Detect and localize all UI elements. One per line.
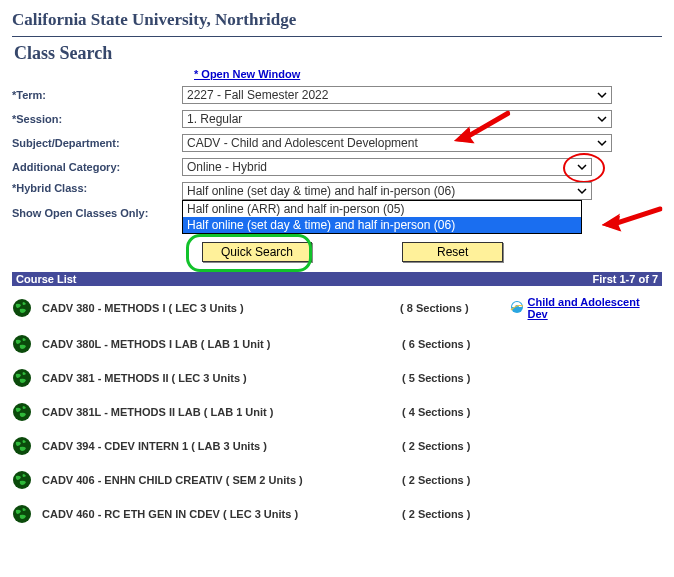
course-title: CADV 380L - METHODS I LAB ( LAB 1 Unit ) — [42, 338, 402, 350]
chevron-down-icon — [575, 160, 589, 174]
course-sections: ( 2 Sections ) — [402, 440, 512, 452]
course-sections: ( 4 Sections ) — [402, 406, 512, 418]
category-label: Additional Category: — [12, 161, 182, 173]
hybrid-option-05[interactable]: Half online (ARR) and half in-person (05… — [183, 201, 581, 217]
department-link[interactable]: Child and Adolescent Dev — [528, 296, 662, 320]
course-title: CADV 381 - METHODS II ( LEC 3 Units ) — [42, 372, 402, 384]
globe-icon[interactable] — [12, 470, 32, 490]
institution-title: California State University, Northridge — [12, 10, 662, 30]
course-title: CADV 381L - METHODS II LAB ( LAB 1 Unit … — [42, 406, 402, 418]
globe-icon[interactable] — [12, 298, 32, 318]
course-title: CADV 460 - RC ETH GEN IN CDEV ( LEC 3 Un… — [42, 508, 402, 520]
globe-icon[interactable] — [12, 436, 32, 456]
course-sections: ( 2 Sections ) — [402, 474, 512, 486]
course-list-count: First 1-7 of 7 — [593, 273, 658, 285]
hybrid-select-value: Half online (set day & time) and half in… — [187, 184, 455, 198]
globe-icon[interactable] — [12, 334, 32, 354]
course-row: CADV 460 - RC ETH GEN IN CDEV ( LEC 3 Un… — [12, 504, 662, 524]
browser-icon — [510, 300, 524, 316]
session-select[interactable]: 1. Regular — [182, 110, 612, 128]
course-sections: ( 2 Sections ) — [402, 508, 512, 520]
term-label: *Term: — [12, 89, 182, 101]
course-list-heading: Course List — [16, 273, 77, 285]
subject-label: Subject/Department: — [12, 137, 182, 149]
course-title: CADV 394 - CDEV INTERN 1 ( LAB 3 Units ) — [42, 440, 402, 452]
course-row: CADV 380 - METHODS I ( LEC 3 Units ) ( 8… — [12, 296, 662, 320]
course-title: CADV 380 - METHODS I ( LEC 3 Units ) — [42, 302, 400, 314]
course-sections: ( 6 Sections ) — [402, 338, 512, 350]
subject-select-value: CADV - Child and Adolescent Development — [187, 136, 418, 150]
course-row: CADV 394 - CDEV INTERN 1 ( LAB 3 Units )… — [12, 436, 662, 456]
divider — [12, 36, 662, 37]
globe-icon[interactable] — [12, 504, 32, 524]
hybrid-select-options: Half online (ARR) and half in-person (05… — [182, 200, 582, 234]
course-sections: ( 8 Sections ) — [400, 302, 509, 314]
subject-select[interactable]: CADV - Child and Adolescent Development — [182, 134, 612, 152]
chevron-down-icon — [595, 136, 609, 150]
quick-search-button[interactable]: Quick Search — [202, 242, 312, 262]
page-title: Class Search — [14, 43, 662, 64]
session-select-value: 1. Regular — [187, 112, 242, 126]
course-sections: ( 5 Sections ) — [402, 372, 512, 384]
chevron-down-icon — [595, 88, 609, 102]
globe-icon[interactable] — [12, 368, 32, 388]
session-label: *Session: — [12, 113, 182, 125]
course-row: CADV 380L - METHODS I LAB ( LAB 1 Unit )… — [12, 334, 662, 354]
category-select[interactable]: Online - Hybrid — [182, 158, 592, 176]
course-row: CADV 381L - METHODS II LAB ( LAB 1 Unit … — [12, 402, 662, 422]
hybrid-option-06[interactable]: Half online (set day & time) and half in… — [183, 217, 581, 233]
open-new-window-link[interactable]: * Open New Window — [194, 68, 300, 80]
show-open-label: Show Open Classes Only: — [12, 207, 182, 219]
chevron-down-icon — [595, 112, 609, 126]
course-row: CADV 381 - METHODS II ( LEC 3 Units ) ( … — [12, 368, 662, 388]
reset-button[interactable]: Reset — [402, 242, 503, 262]
term-select[interactable]: 2227 - Fall Semester 2022 — [182, 86, 612, 104]
category-select-value: Online - Hybrid — [187, 160, 267, 174]
course-row: CADV 406 - ENHN CHILD CREATIV ( SEM 2 Un… — [12, 470, 662, 490]
globe-icon[interactable] — [12, 402, 32, 422]
hybrid-label: *Hybrid Class: — [12, 182, 182, 194]
course-title: CADV 406 - ENHN CHILD CREATIV ( SEM 2 Un… — [42, 474, 402, 486]
hybrid-select[interactable]: Half online (set day & time) and half in… — [182, 182, 592, 200]
chevron-down-icon — [575, 184, 589, 198]
term-select-value: 2227 - Fall Semester 2022 — [187, 88, 328, 102]
